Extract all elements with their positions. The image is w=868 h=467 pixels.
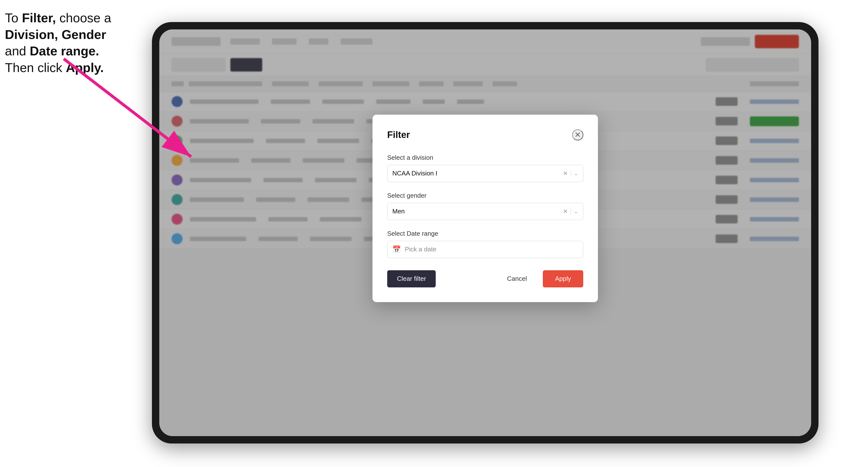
gender-arrow-icon[interactable]: ⌄	[574, 209, 578, 214]
gender-clear-icon[interactable]: ✕	[563, 208, 568, 215]
apply-button[interactable]: Apply	[543, 270, 583, 287]
modal-footer-right: Cancel Apply	[497, 270, 583, 287]
instruction-bold-division-gender: Division, Gender	[5, 27, 106, 42]
division-label: Select a division	[387, 154, 583, 161]
modal-title: Filter	[387, 130, 410, 140]
cancel-button[interactable]: Cancel	[497, 270, 537, 287]
gender-label: Select gender	[387, 192, 583, 199]
gender-divider	[571, 208, 571, 215]
date-placeholder: Pick a date	[405, 246, 436, 253]
division-clear-icon[interactable]: ✕	[563, 170, 568, 177]
modal-footer: Clear filter Cancel Apply	[387, 270, 583, 287]
modal-header: Filter ✕	[387, 129, 583, 141]
date-label: Select Date range	[387, 230, 583, 238]
gender-value: Men	[392, 208, 563, 215]
filter-modal: Filter ✕ Select a division NCAA Division…	[372, 115, 598, 302]
clear-filter-button[interactable]: Clear filter	[387, 270, 436, 287]
instruction-block: To Filter, choose a Division, Gender and…	[5, 10, 147, 76]
instruction-bold-filter: Filter,	[22, 11, 56, 25]
date-form-group: Select Date range 📅 Pick a date	[387, 230, 583, 258]
date-input[interactable]: 📅 Pick a date	[387, 241, 583, 258]
instruction-bold-apply: Apply.	[66, 61, 104, 75]
division-controls: ✕ ⌄	[563, 170, 578, 177]
gender-select[interactable]: Men ✕ ⌄	[387, 203, 583, 220]
division-arrow-icon[interactable]: ⌄	[574, 170, 578, 177]
instruction-line1: To Filter, choose a	[5, 11, 111, 25]
modal-overlay: Filter ✕ Select a division NCAA Division…	[159, 29, 811, 436]
tablet-frame: Filter ✕ Select a division NCAA Division…	[152, 22, 818, 443]
tablet-screen: Filter ✕ Select a division NCAA Division…	[159, 29, 811, 436]
instruction-line4: Then click Apply.	[5, 61, 104, 75]
instruction-line3: and Date range.	[5, 44, 99, 58]
division-divider	[571, 170, 571, 177]
division-value: NCAA Division I	[392, 169, 563, 177]
division-select[interactable]: NCAA Division I ✕ ⌄	[387, 165, 583, 182]
gender-form-group: Select gender Men ✕ ⌄	[387, 192, 583, 220]
instruction-bold-date: Date range.	[30, 44, 99, 58]
calendar-icon: 📅	[392, 245, 401, 253]
gender-controls: ✕ ⌄	[563, 208, 578, 215]
modal-close-button[interactable]: ✕	[572, 129, 583, 141]
division-form-group: Select a division NCAA Division I ✕ ⌄	[387, 154, 583, 182]
